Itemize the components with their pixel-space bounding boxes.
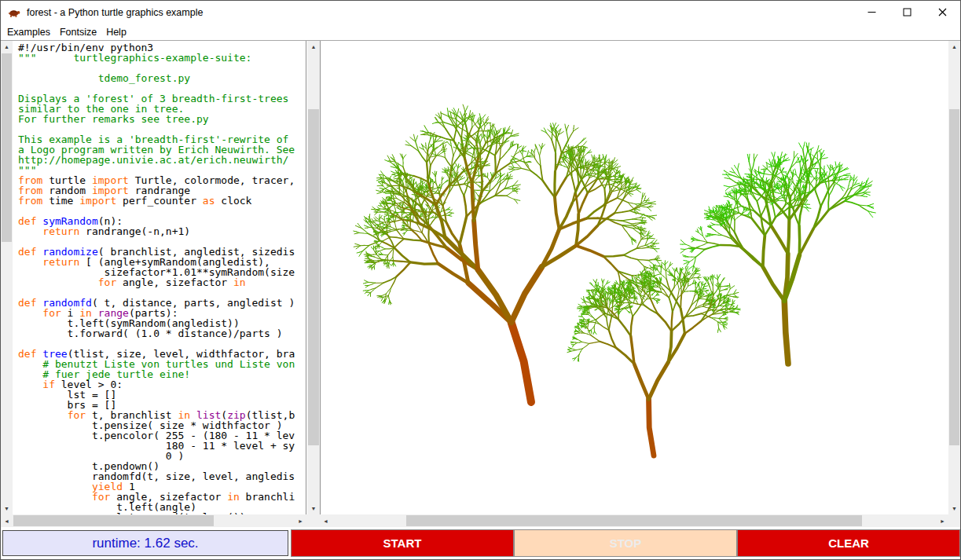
scrollbar-gap [306,514,320,527]
turtle-app-icon [8,6,20,19]
scroll-left-icon[interactable]: ◄ [1,514,13,527]
scroll-left-icon[interactable]: ◄ [320,514,332,527]
clear-button[interactable]: CLEAR [737,529,960,557]
menu-bar: Examples Fontsize Help [1,24,960,41]
graphics-panel [320,41,948,514]
scroll-right-icon[interactable]: ► [295,514,306,527]
minimize-icon [867,5,876,20]
canvas-hscroll-thumb[interactable] [406,515,862,526]
title-bar: forest - a Python turtle graphics exampl… [1,1,960,24]
main-area: ▲ ▼ #!/usr/bin/env python3""" turtlegrap… [1,41,960,514]
close-icon [938,5,947,20]
code-horizontal-scrollbar[interactable]: ◄ ► [1,514,306,527]
window-title: forest - a Python turtle graphics exampl… [27,7,203,18]
menu-help[interactable]: Help [101,25,131,39]
maximize-icon [903,5,911,20]
scroll-up-icon[interactable]: ▲ [307,41,320,53]
scroll-down-icon[interactable]: ▼ [948,503,960,514]
turtle-canvas [321,41,949,514]
maximize-button[interactable] [889,1,925,24]
window-controls [854,1,960,24]
stop-button[interactable]: STOP [514,529,737,557]
close-button[interactable] [925,1,960,24]
code-text: #!/usr/bin/env python3""" turtlegraphics… [18,42,306,514]
menu-fontsize[interactable]: Fontsize [55,25,101,39]
start-button[interactable]: START [291,529,514,557]
scrollbar-row: ◄ ► ◄ ► [1,514,960,527]
scroll-down-icon[interactable]: ▼ [307,503,320,514]
canvas-horizontal-scrollbar[interactable]: ◄ ► [320,514,948,527]
minimize-button[interactable] [854,1,889,24]
code-panel: #!/usr/bin/env python3""" turtlegraphics… [13,41,306,514]
canvas-vertical-scrollbar[interactable]: ▲ ▼ [948,41,960,514]
scroll-down-icon[interactable]: ▼ [1,503,13,514]
status-bar: runtime: 1.62 sec. START STOP CLEAR [1,527,960,559]
canvas-vscroll-thumb[interactable] [949,109,959,445]
scroll-up-icon[interactable]: ▲ [1,41,13,53]
runtime-label: runtime: 1.62 sec. [2,530,288,556]
code-vscroll-thumb[interactable] [2,53,12,242]
canvas-left-vertical-scrollbar[interactable]: ▲ ▼ [307,41,320,514]
code-vertical-scrollbar[interactable]: ▲ ▼ [1,41,13,514]
canvas-left-vscroll-thumb[interactable] [308,109,319,445]
menu-examples[interactable]: Examples [2,25,55,39]
scroll-up-icon[interactable]: ▲ [948,41,960,53]
scrollbar-corner [948,514,960,527]
scroll-right-icon[interactable]: ► [937,514,948,527]
app-window: forest - a Python turtle graphics exampl… [0,0,961,560]
code-hscroll-thumb[interactable] [13,515,214,526]
